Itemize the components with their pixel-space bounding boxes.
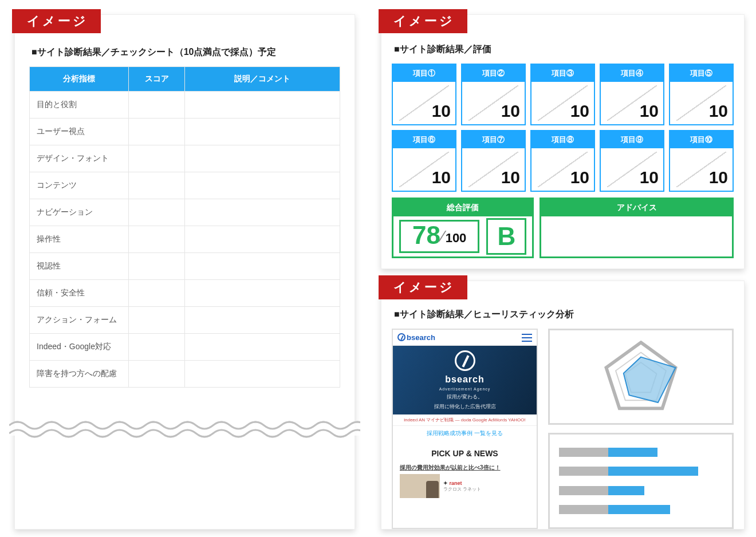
checklist-table: 分析指標 スコア 説明／コメント 目的と役割ユーザー視点デザイン・フォントコンテ…: [29, 66, 340, 388]
partner-logos: indeed AN マイナビ転職 ― doda Google AdWords Y…: [393, 414, 537, 426]
score-card: 項目① 10: [392, 64, 456, 125]
badge-label: イメージ: [379, 275, 467, 299]
score-card-head: 項目⑤: [670, 65, 733, 82]
score-card-body: 10: [601, 148, 663, 191]
radar-chart: [548, 329, 734, 425]
slash-icon: ∕: [442, 227, 444, 246]
news-thumb: [400, 474, 440, 498]
score-card: 項目② 10: [461, 64, 526, 125]
news-brand: ✦ ranet: [443, 480, 481, 486]
bar-seg-grey: [559, 448, 608, 457]
phone-logo-text: bsearch: [407, 333, 435, 342]
row-label: 視認性: [30, 253, 129, 280]
news-item: 採用の費用対効果が以前と比べ3倍に！ ✦ ranet ラクロス ラネット: [393, 464, 537, 498]
row-label: デザイン・フォント: [30, 145, 129, 172]
total-score-denom: 100: [446, 231, 467, 246]
phone-mock: bsearch bsearch Advertisement Agency 採用が…: [392, 329, 538, 529]
table-row: 操作性: [30, 226, 340, 253]
row-label: アクション・フォーム: [30, 307, 129, 334]
bar-seg-blue: [608, 467, 698, 476]
score-card-body: 10: [393, 148, 455, 191]
bar-seg-grey: [559, 505, 608, 514]
total-score-value: 78: [412, 223, 440, 248]
score-card: 項目⑨ 10: [600, 130, 664, 192]
score-card-head: 項目④: [601, 65, 663, 82]
score-card: 項目⑩ 10: [669, 130, 734, 192]
row-comment: [184, 361, 340, 388]
score-card-body: 10: [531, 82, 594, 124]
row-label: 障害を持つ方への配慮: [30, 361, 129, 388]
score-value: 10: [501, 101, 520, 121]
row-score: [129, 145, 185, 172]
bar-row: [559, 486, 723, 495]
badge-label: イメージ: [12, 9, 101, 33]
summary-advice-body: [541, 216, 732, 256]
score-card-body: 10: [462, 148, 525, 191]
score-card-body: 10: [601, 82, 663, 124]
panel-a-title: ■サイト診断結果／チェックシート（10点満点で採点）予定: [32, 46, 340, 58]
score-card-body: 10: [462, 82, 525, 124]
bar-seg-blue: [608, 448, 657, 457]
row-comment: [184, 172, 340, 199]
summary-advice: アドバイス: [540, 198, 734, 258]
score-card-head: 項目⑨: [601, 131, 663, 148]
score-card-head: 項目⑦: [462, 131, 525, 148]
row-score: [129, 253, 185, 280]
score-card-head: 項目③: [531, 65, 594, 82]
row-score: [129, 334, 185, 361]
panel-b-title: ■サイト診断結果／評価: [394, 44, 734, 56]
hero-brand-sub: Advertisement Agency: [439, 387, 491, 391]
hero-link[interactable]: 採用戦略成功事例 一覧を見る: [393, 426, 537, 441]
score-value: 10: [709, 168, 728, 187]
torn-edge: [9, 417, 360, 440]
score-value: 10: [709, 101, 728, 121]
th-score: スコア: [129, 67, 185, 92]
summary-total: 総合評価 78 ∕ 100 B: [392, 198, 534, 258]
hamburger-icon[interactable]: [522, 334, 532, 342]
row-comment: [184, 145, 340, 172]
row-score: [129, 199, 185, 226]
badge-label: イメージ: [379, 9, 467, 33]
bar-row: [559, 467, 723, 476]
row-comment: [184, 92, 340, 119]
row-label: ナビゲーション: [30, 199, 129, 226]
score-value: 10: [640, 101, 659, 121]
row-label: 信頼・安全性: [30, 280, 129, 307]
panel-c-title: ■サイト診断結果／ヒューリスティック分析: [394, 309, 734, 321]
row-score: [129, 226, 185, 253]
row-comment: [184, 280, 340, 307]
logo-mark-icon: [397, 333, 405, 341]
score-cards-row-1: 項目① 10項目② 10項目③ 10項目④ 10項目⑤ 10: [392, 64, 734, 125]
summary-total-head: 総合評価: [393, 199, 532, 216]
table-row: アクション・フォーム: [30, 307, 340, 334]
hero-logo-icon: [455, 350, 475, 371]
news-title: 採用の費用対効果が以前と比べ3倍に！: [400, 464, 530, 472]
grade-badge: B: [486, 218, 526, 255]
row-label: 操作性: [30, 226, 129, 253]
row-comment: [184, 307, 340, 334]
row-comment: [184, 253, 340, 280]
score-card-head: 項目⑧: [531, 131, 594, 148]
row-score: [129, 92, 185, 119]
score-value: 10: [570, 101, 589, 121]
score-card-head: 項目⑥: [393, 131, 455, 148]
table-row: 障害を持つ方への配慮: [30, 361, 340, 388]
total-score: 78 ∕ 100: [399, 220, 479, 253]
row-comment: [184, 199, 340, 226]
score-card: 項目⑥ 10: [392, 130, 456, 192]
score-card-body: 10: [670, 82, 733, 124]
score-card: 項目⑧ 10: [530, 130, 595, 192]
score-card-body: 10: [670, 148, 733, 191]
table-row: 目的と役割: [30, 92, 340, 119]
row-label: コンテンツ: [30, 172, 129, 199]
score-value: 10: [570, 168, 589, 187]
row-comment: [184, 226, 340, 253]
score-card: 項目⑦ 10: [461, 130, 526, 192]
news-brand-sub: ラクロス ラネット: [443, 486, 481, 492]
score-card: 項目④ 10: [600, 64, 664, 125]
table-row: 信頼・安全性: [30, 280, 340, 307]
panel-checklist: イメージ ■サイト診断結果／チェックシート（10点満点で採点）予定 分析指標 ス…: [14, 14, 355, 530]
table-row: コンテンツ: [30, 172, 340, 199]
score-value: 10: [501, 168, 520, 187]
bar-row: [559, 448, 723, 457]
